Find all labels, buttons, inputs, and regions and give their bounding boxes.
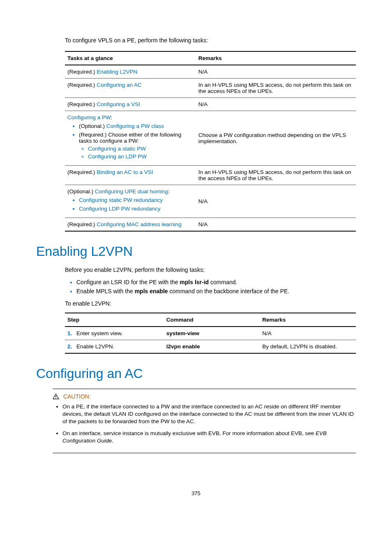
task-remark: In an H-VPLS using MPLS access, do not p… <box>196 79 356 98</box>
task-remark: In an H-VPLS using MPLS access, do not p… <box>196 166 356 185</box>
steps-header-remarks: Remarks <box>260 313 356 327</box>
step-text: Enter system view. <box>76 330 123 336</box>
step-text: Enable L2VPN. <box>76 343 114 350</box>
task-prefix: (Required.) <box>67 101 97 107</box>
task-remark: N/A <box>196 218 356 232</box>
tasks-table: Tasks at a glance Remarks (Required.) En… <box>65 51 356 232</box>
task-row: (Required.) Configuring MAC address lear… <box>65 218 356 232</box>
link-configuring-ldp-pw[interactable]: Configuring an LDP PW <box>88 153 147 160</box>
step-command: system-view <box>164 327 260 340</box>
task-prefix: (Required.) <box>67 169 97 175</box>
svg-point-1 <box>55 398 56 399</box>
link-configuring-ac[interactable]: Configuring an AC <box>97 82 142 88</box>
section1-intro: Before you enable L2VPN, perform the fol… <box>65 266 356 273</box>
task-row: (Required.) Configuring an AC In an H-VP… <box>65 79 356 98</box>
link-enabling-l2vpn[interactable]: Enabling L2VPN <box>97 69 137 75</box>
link-ldp-pw-redundancy[interactable]: Configuring LDP PW redundancy <box>79 206 161 212</box>
section1-intro2: To enable L2VPN: <box>65 300 356 307</box>
task-text: (Required.) Choose either of the followi… <box>79 132 181 144</box>
colon: : <box>111 114 113 121</box>
caution-item: On a PE, if the interface connected to a… <box>62 403 356 426</box>
caution-box: CAUTION: On a PE, if the interface conne… <box>53 389 356 453</box>
step-number: 2. <box>67 343 76 350</box>
link-configuring-upe-dual-homing[interactable]: Configuring UPE dual homing <box>95 188 168 195</box>
tasks-header-col2: Remarks <box>196 51 356 65</box>
steps-header-command: Command <box>164 313 260 327</box>
link-static-pw-redundancy[interactable]: Configuring static PW redundancy <box>79 197 163 203</box>
steps-header-step: Step <box>65 313 164 327</box>
step-remark: N/A <box>260 327 356 340</box>
heading-enabling-l2vpn: Enabling L2VPN <box>36 244 356 259</box>
link-binding-ac-vsi[interactable]: Binding an AC to a VSI <box>97 169 153 175</box>
task-remark: N/A <box>196 65 356 79</box>
task-row: (Required.) Configuring a VSI N/A <box>65 98 356 111</box>
link-configuring-vsi[interactable]: Configuring a VSI <box>97 101 140 107</box>
step-row: 1.Enter system view. system-view N/A <box>65 327 356 340</box>
task-remark: Choose a PW configuration method dependi… <box>196 111 356 166</box>
caution-label: CAUTION: <box>63 393 91 400</box>
caution-item: On an interface, service instance is mut… <box>62 430 356 445</box>
task-prefix: (Optional.) <box>67 188 95 195</box>
step-number: 1. <box>67 330 76 336</box>
link-configuring-mac-learning[interactable]: Configuring MAC address learning <box>97 221 181 227</box>
list-item: Configure an LSR ID for the PE with the … <box>76 279 356 285</box>
task-prefix: (Required.) <box>67 221 97 227</box>
step-remark: By default, L2VPN is disabled. <box>260 340 356 354</box>
task-prefix: (Optional.) <box>79 123 106 129</box>
task-row: (Required.) Enabling L2VPN N/A <box>65 65 356 79</box>
heading-configuring-ac: Configuring an AC <box>36 366 356 381</box>
steps-table: Step Command Remarks 1.Enter system view… <box>65 313 356 354</box>
tasks-header-col1: Tasks at a glance <box>65 51 196 65</box>
link-configuring-static-pw[interactable]: Configuring a static PW <box>88 146 146 152</box>
link-configuring-pw-class[interactable]: Configuring a PW class <box>106 123 164 129</box>
task-row: Configuring a PW: (Optional.) Configurin… <box>65 111 356 166</box>
task-remark: N/A <box>196 185 356 218</box>
task-prefix: (Required.) <box>67 69 97 75</box>
caution-icon <box>53 393 63 400</box>
intro-text: To configure VPLS on a PE, perform the f… <box>65 37 356 44</box>
link-configuring-pw[interactable]: Configuring a PW <box>67 114 111 121</box>
task-row: (Required.) Binding an AC to a VSI In an… <box>65 166 356 185</box>
step-row: 2.Enable L2VPN. l2vpn enable By default,… <box>65 340 356 354</box>
page-number: 375 <box>36 490 356 496</box>
task-row: (Optional.) Configuring UPE dual homing:… <box>65 185 356 218</box>
task-prefix: (Required.) <box>67 82 97 88</box>
list-item: Enable MPLS with the mpls enable command… <box>76 288 356 294</box>
task-remark: N/A <box>196 98 356 111</box>
colon: : <box>168 188 170 195</box>
step-command: l2vpn enable <box>164 340 260 354</box>
